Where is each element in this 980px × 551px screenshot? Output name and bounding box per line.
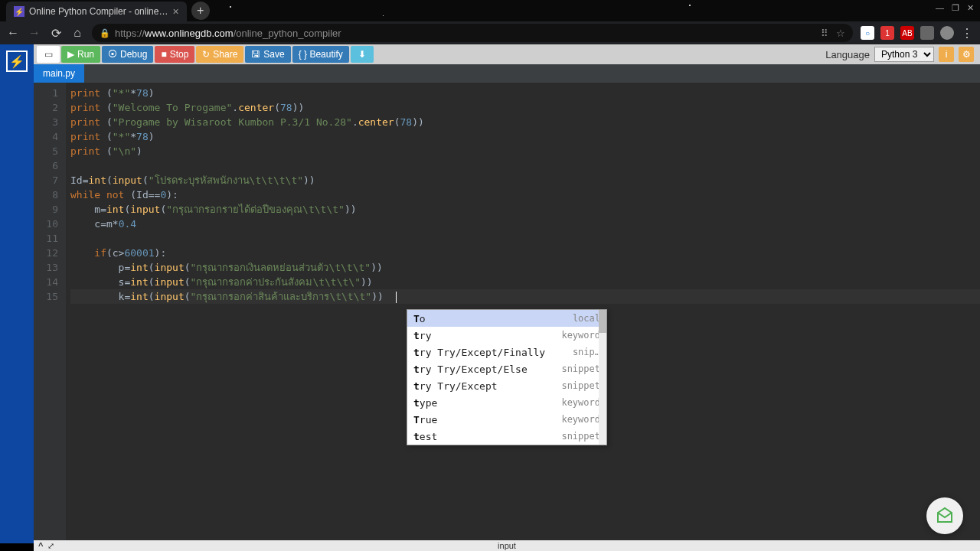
fullscreen-icon[interactable]: ⤢ [47, 541, 54, 551]
expand-panel-icon[interactable]: ^ [38, 541, 43, 550]
tab-title: Online Python Compiler - online… [29, 6, 168, 17]
left-rail: ⚡ [0, 44, 34, 543]
autocomplete-item[interactable]: try Try/Except/Finallysnip… [407, 344, 606, 360]
lock-icon: 🔒 [100, 28, 110, 38]
line-ext-icon[interactable]: ○ [861, 26, 874, 40]
language-select[interactable]: Python 3 [874, 47, 934, 62]
file-tab-main[interactable]: main.py [34, 64, 84, 83]
settings-button[interactable]: ⚙ [959, 47, 974, 62]
reload-button[interactable]: ⟳ [49, 26, 63, 41]
translate-icon[interactable]: ⠿ [821, 28, 828, 39]
gear-icon: ⚙ [962, 49, 971, 60]
autocomplete-item[interactable]: testsnippet [407, 428, 606, 445]
extension-icons: ○ 1 AB ⋮ [861, 26, 974, 41]
abp-ext-icon[interactable]: AB [900, 26, 914, 40]
share-icon: ↻ [202, 49, 210, 60]
input-tab-label[interactable]: input [498, 541, 516, 550]
close-button[interactable]: ✕ [967, 3, 974, 13]
save-button[interactable]: 🖫Save [245, 46, 290, 63]
bookmark-icon[interactable]: ☆ [836, 28, 845, 39]
new-tab-button[interactable]: + [191, 2, 210, 20]
chat-fab[interactable] [926, 497, 963, 534]
back-button[interactable]: ← [6, 26, 20, 40]
bottom-panel-bar[interactable]: ^ ⤢ input [34, 540, 980, 551]
browser-tab[interactable]: ⚡ Online Python Compiler - online… × [6, 2, 187, 21]
stop-button[interactable]: ■Stop [155, 46, 194, 63]
autocomplete-item[interactable]: Truekeyword [407, 411, 606, 428]
autocomplete-item[interactable]: Tolocal [407, 310, 606, 327]
file-tabs: main.py [34, 64, 980, 83]
stop-icon: ■ [161, 49, 166, 60]
share-button[interactable]: ↻Share [196, 46, 243, 63]
address-bar: ← → ⟳ ⌂ 🔒 https://www.onlinegdb.com/onli… [0, 21, 980, 44]
browser-tabstrip: ⚡ Online Python Compiler - online… × + [0, 0, 980, 21]
window-controls: — ❐ ✕ [936, 3, 974, 13]
info-button[interactable]: i [939, 47, 954, 62]
beautify-button[interactable]: { } Beautify [292, 46, 349, 63]
editor-toolbar: ▭ ▶Run ⦿Debug ■Stop ↻Share 🖫Save { } Bea… [34, 44, 980, 64]
autocomplete-item[interactable]: try Try/Exceptsnippet [407, 377, 606, 394]
bug-icon: ⦿ [108, 49, 117, 60]
new-file-button[interactable]: ▭ [37, 46, 60, 63]
profile-avatar-icon[interactable] [940, 26, 954, 40]
menu-icon[interactable]: ⋮ [960, 26, 974, 41]
download-icon: ⬇ [358, 49, 366, 60]
chat-icon [936, 507, 954, 525]
ext-icon-2[interactable] [920, 26, 934, 40]
minimize-button[interactable]: — [936, 3, 944, 13]
lightning-icon: ⚡ [14, 6, 24, 17]
run-button[interactable]: ▶Run [61, 46, 100, 63]
autocomplete-item[interactable]: try Try/Except/Elsesnippet [407, 360, 606, 377]
file-icon: ▭ [44, 49, 53, 60]
autocomplete-scrollbar[interactable] [599, 310, 606, 445]
download-button[interactable]: ⬇ [351, 46, 374, 63]
url-input[interactable]: 🔒 https://www.onlinegdb.com/online_pytho… [92, 24, 853, 42]
autocomplete-popup[interactable]: Tolocaltrykeywordtry Try/Except/Finallys… [407, 309, 607, 445]
play-icon: ▶ [67, 49, 74, 60]
ext-icon-1[interactable]: 1 [880, 26, 894, 40]
save-icon: 🖫 [251, 49, 260, 60]
debug-button[interactable]: ⦿Debug [102, 46, 153, 63]
forward-button[interactable]: → [28, 26, 41, 40]
language-label: Language [825, 49, 870, 60]
home-button[interactable]: ⌂ [70, 26, 84, 40]
site-logo-icon[interactable]: ⚡ [6, 51, 28, 72]
line-gutter: 123456789101112131415 [34, 83, 66, 543]
url-text: https://www.onlinegdb.com/online_python_… [115, 28, 341, 39]
autocomplete-item[interactable]: typekeyword [407, 394, 606, 411]
close-tab-icon[interactable]: × [172, 5, 178, 18]
autocomplete-item[interactable]: trykeyword [407, 327, 606, 344]
maximize-button[interactable]: ❐ [952, 3, 959, 13]
